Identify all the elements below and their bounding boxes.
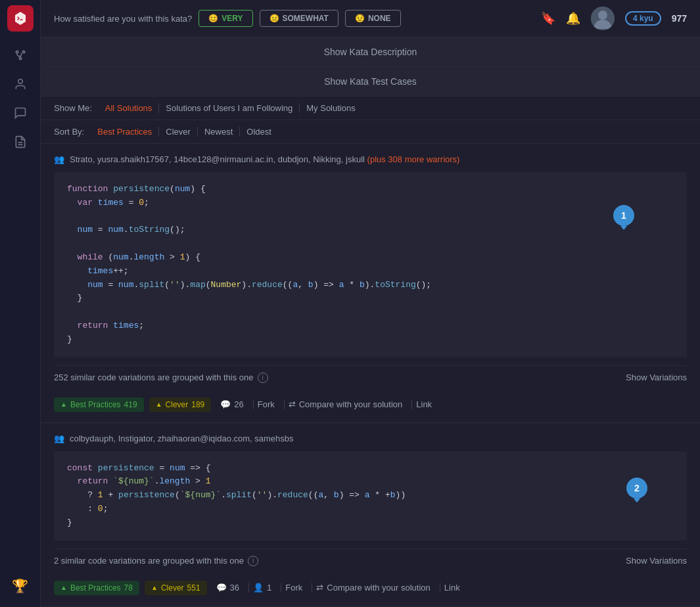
comments-icon-1: 💬 — [220, 399, 231, 409]
svg-point-2 — [19, 57, 21, 59]
sort-by-label: Sort By: — [54, 127, 84, 137]
filter-all-solutions[interactable]: All Solutions — [99, 103, 160, 113]
solution-1-footer: 252 similar code variations are grouped … — [54, 365, 687, 391]
filter-my-solutions[interactable]: My Solutions — [300, 103, 362, 113]
variations-text-2: 2 similar code variations are grouped wi… — [54, 556, 258, 566]
kata-description-toggle[interactable]: Show Kata Description — [41, 37, 700, 67]
solution-1-code-area: function persistence(num) { var times = … — [54, 172, 687, 357]
svg-point-1 — [22, 51, 24, 53]
comments-link-1[interactable]: 💬 26 — [216, 399, 247, 409]
sort-by-bar: Sort By: Best Practices Clever Newest Ol… — [41, 120, 700, 144]
comments-icon-2: 💬 — [216, 583, 227, 593]
clever-label-1: Clever — [166, 400, 189, 409]
topbar: How satisfied are you with this kata? 😊 … — [41, 0, 700, 37]
solution-1-code: function persistence(num) { var times = … — [54, 172, 687, 357]
none-button[interactable]: 😟 NONE — [345, 10, 401, 27]
sort-oldest[interactable]: Oldest — [240, 127, 278, 137]
main-content: How satisfied are you with this kata? 😊 … — [41, 0, 700, 607]
topbar-right: 🔖 🔔 4 kyu 977 — [541, 7, 687, 30]
somewhat-label: SOMEWHAT — [283, 14, 329, 23]
doc-nav-icon[interactable] — [7, 129, 34, 155]
very-button[interactable]: 😊 VERY — [198, 10, 252, 27]
clever-badge-2[interactable]: ▲ Clever 551 — [145, 581, 207, 595]
clever-arrow-2: ▲ — [151, 584, 158, 591]
satisfaction-label: How satisfied are you with this kata? — [54, 14, 192, 24]
avatar[interactable] — [591, 7, 615, 30]
best-count-2: 78 — [124, 583, 133, 593]
solution-1-actions: ▲ Best Practices 419 ▲ Clever 189 💬 26 F… — [54, 391, 687, 422]
show-variations-btn-2[interactable]: Show Variations — [626, 556, 687, 566]
fork-nav-icon[interactable] — [7, 42, 34, 68]
solutions-content: Show Kata Description Show Kata Test Cas… — [41, 37, 700, 607]
info-icon-1[interactable]: i — [258, 372, 268, 383]
best-label-2: Best Practices — [70, 583, 121, 593]
very-label: VERY — [222, 14, 243, 23]
somewhat-emoji: 😐 — [269, 14, 279, 23]
filter-following-solutions[interactable]: Solutions of Users I am Following — [159, 103, 300, 113]
best-count-1: 419 — [124, 400, 137, 409]
clever-count-1: 189 — [191, 400, 204, 409]
solution-2-footer: 2 similar code variations are grouped wi… — [54, 549, 687, 574]
chat-nav-icon[interactable] — [7, 100, 34, 126]
honor-count: 977 — [672, 13, 687, 24]
bookmark-icon[interactable]: 🔖 — [541, 11, 555, 26]
solution-1-authors: 👥 Strato, yusra.shaikh17567, 14bce128@ni… — [54, 154, 687, 164]
compare-link-2[interactable]: ⇄ Compare with your solution — [312, 583, 434, 593]
variations-text-1: 252 similar code variations are grouped … — [54, 372, 268, 383]
sort-clever[interactable]: Clever — [159, 127, 198, 137]
somewhat-button[interactable]: 😐 SOMEWHAT — [260, 10, 338, 27]
svg-point-7 — [598, 11, 607, 20]
fork-link-1[interactable]: Fork — [253, 399, 279, 409]
contributors-link-2[interactable]: 👤 1 — [248, 583, 275, 593]
solution-2-actions: ▲ Best Practices 78 ▲ Clever 551 💬 36 👤 … — [54, 574, 687, 606]
solution-2-authors: 👥 colbydauph, Instigator, zhaihaoran@iqi… — [54, 434, 687, 443]
comments-link-2[interactable]: 💬 36 — [212, 583, 243, 593]
kata-test-cases-toggle[interactable]: Show Kata Test Cases — [41, 67, 700, 97]
kyu-badge: 4 kyu — [625, 11, 661, 26]
compare-icon-1: ⇄ — [289, 399, 296, 409]
very-emoji: 😊 — [208, 14, 218, 23]
solution-2-code-area: const persistence = num => { return `${n… — [54, 451, 687, 541]
show-variations-btn-1[interactable]: Show Variations — [626, 372, 687, 382]
link-1[interactable]: Link — [411, 399, 436, 409]
authors-text-1: Strato, yusra.shaikh17567, 14bce128@nirm… — [70, 154, 459, 164]
clever-arrow-1: ▲ — [156, 401, 162, 408]
show-me-bar: Show Me: All Solutions Solutions of User… — [41, 97, 700, 120]
show-me-label: Show Me: — [54, 103, 92, 113]
clever-label-2: Clever — [161, 583, 184, 593]
compare-icon-2: ⇄ — [316, 583, 323, 593]
solution-1: 👥 Strato, yusra.shaikh17567, 14bce128@ni… — [41, 144, 700, 423]
none-label: NONE — [368, 14, 391, 23]
link-2[interactable]: Link — [440, 583, 464, 593]
svg-point-0 — [16, 51, 18, 53]
contributors-icon-2: 👤 — [253, 583, 264, 593]
satisfaction-section: How satisfied are you with this kata? 😊 … — [54, 10, 401, 27]
authors-icon-1: 👥 — [54, 154, 64, 164]
sort-newest[interactable]: Newest — [198, 127, 240, 137]
best-arrow-1: ▲ — [60, 401, 67, 408]
compare-link-1[interactable]: ⇄ Compare with your solution — [284, 399, 407, 409]
solution-2: 👥 colbydauph, Instigator, zhaihaoran@iqi… — [41, 423, 700, 606]
authors-text-2: colbydauph, Instigator, zhaihaoran@iqida… — [70, 434, 294, 443]
best-practices-badge-2[interactable]: ▲ Best Practices 78 — [54, 581, 139, 595]
sidebar: 🏆 — [0, 0, 41, 607]
info-icon-2[interactable]: i — [248, 556, 258, 566]
clever-badge-1[interactable]: ▲ Clever 189 — [149, 397, 212, 412]
svg-point-3 — [18, 79, 22, 84]
best-arrow-2: ▲ — [60, 584, 67, 591]
clever-count-2: 551 — [187, 583, 200, 593]
plus-more-1: (plus 308 more warriors) — [367, 154, 460, 164]
best-label-1: Best Practices — [70, 400, 121, 409]
best-practices-badge-1[interactable]: ▲ Best Practices 419 — [54, 397, 144, 412]
solution-2-code: const persistence = num => { return `${n… — [54, 451, 687, 541]
none-emoji: 😟 — [355, 14, 365, 23]
authors-icon-2: 👥 — [54, 434, 64, 443]
person-nav-icon[interactable] — [7, 71, 34, 97]
bell-icon[interactable]: 🔔 — [566, 11, 580, 26]
trophy-nav-icon[interactable]: 🏆 — [4, 570, 36, 602]
fork-link-2[interactable]: Fork — [281, 583, 306, 593]
sort-best-practices[interactable]: Best Practices — [91, 127, 159, 137]
logo[interactable] — [7, 5, 34, 32]
